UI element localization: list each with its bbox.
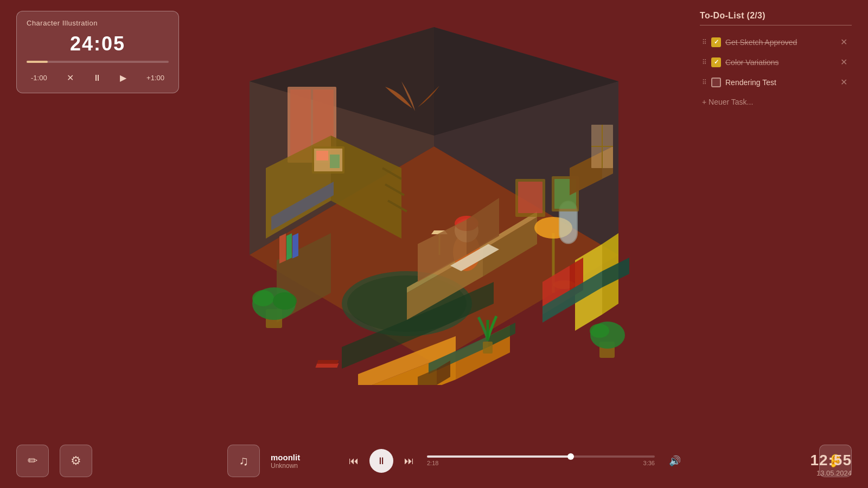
todo-checkbox-3[interactable] — [711, 78, 721, 87]
svg-point-22 — [273, 292, 297, 310]
todo-title: To-Do-List (2/3) — [700, 11, 852, 25]
todo-item-2[interactable]: ⠿ Color Variations ✕ — [700, 52, 852, 72]
todo-delete-3[interactable]: ✕ — [838, 76, 850, 88]
clock-widget: 12:55 13.05.2024 — [810, 452, 852, 477]
svg-rect-61 — [483, 342, 493, 354]
brush-tool-button[interactable]: ✏ — [16, 445, 49, 477]
timer-widget: Character Illustration 24:05 -1:00 ✕ ⏸ ▶… — [16, 11, 179, 93]
svg-rect-64 — [316, 151, 328, 160]
drag-handle-2: ⠿ — [702, 59, 707, 66]
svg-rect-18 — [292, 233, 298, 259]
timer-progress-fill — [27, 61, 48, 63]
music-artist: Unknown — [271, 462, 336, 470]
todo-add-label: + Neuer Task... — [702, 98, 753, 106]
svg-rect-55 — [315, 363, 339, 368]
pause-icon: ⏸ — [376, 455, 386, 467]
volume-button[interactable]: 🔊 — [666, 453, 684, 469]
clock-time: 12:55 — [810, 452, 852, 469]
todo-item-3[interactable]: ⠿ Rendering Test ✕ — [700, 72, 852, 92]
drag-handle-1: ⠿ — [702, 38, 707, 46]
timer-title: Character Illustration — [27, 19, 169, 27]
todo-label-1: Get Sketch Approved — [725, 38, 834, 47]
todo-delete-2[interactable]: ✕ — [838, 56, 850, 68]
bottom-toolbar: ✏ ⚙ ♫ moonlit Unknown ⏮ ⏸ ⏭ — [0, 434, 868, 488]
music-progress-bar[interactable] — [427, 455, 655, 458]
todo-checkbox-2[interactable] — [711, 57, 721, 67]
music-controls: ⏮ ⏸ ⏭ — [347, 449, 416, 473]
timer-play-button[interactable]: ▶ — [117, 70, 130, 85]
timer-progress-bar — [27, 61, 169, 63]
svg-point-49 — [590, 324, 609, 338]
timer-pause-button[interactable]: ⏸ — [90, 71, 105, 85]
clock-date: 13.05.2024 — [810, 469, 852, 477]
gear-icon: ⚙ — [71, 454, 81, 468]
todo-checkbox-1[interactable] — [711, 37, 721, 47]
music-player: ♫ moonlit Unknown ⏮ ⏸ ⏭ 2:18 3:36 — [103, 445, 808, 477]
music-time-current: 2:18 — [427, 460, 438, 466]
todo-add-button[interactable]: + Neuer Task... — [700, 93, 852, 111]
todo-delete-1[interactable]: ✕ — [838, 36, 850, 48]
svg-rect-65 — [330, 155, 340, 168]
timer-display: 24:05 — [27, 33, 169, 55]
timer-controls: -1:00 ✕ ⏸ ▶ +1:00 — [27, 70, 169, 85]
svg-rect-36 — [518, 182, 542, 213]
brush-icon: ✏ — [28, 454, 37, 468]
music-note-icon: ♫ — [239, 453, 248, 468]
todo-item-1[interactable]: ⠿ Get Sketch Approved ✕ — [700, 32, 852, 52]
svg-rect-56 — [317, 360, 339, 364]
settings-button[interactable]: ⚙ — [60, 445, 92, 477]
music-album-icon: ♫ — [227, 445, 260, 477]
music-progress-fill — [427, 455, 571, 458]
todo-widget: To-Do-List (2/3) ⠿ Get Sketch Approved ✕… — [700, 11, 852, 111]
todo-label-3: Rendering Test — [725, 78, 834, 87]
timer-minus-button[interactable]: -1:00 — [27, 72, 52, 84]
music-title: moonlit — [271, 453, 336, 462]
svg-rect-17 — [286, 233, 292, 260]
music-info: moonlit Unknown — [271, 453, 336, 470]
room-illustration — [222, 27, 646, 385]
music-time-total: 3:36 — [643, 460, 655, 466]
music-next-button[interactable]: ⏭ — [402, 453, 416, 469]
todo-label-2: Color Variations — [725, 58, 834, 67]
svg-rect-16 — [279, 233, 286, 264]
svg-point-21 — [252, 290, 274, 306]
music-progress-thumb — [567, 453, 574, 460]
music-progress-container: 2:18 3:36 — [427, 455, 655, 466]
music-pause-button[interactable]: ⏸ — [369, 449, 393, 473]
volume-icon: 🔊 — [669, 455, 681, 466]
timer-plus-button[interactable]: +1:00 — [142, 72, 169, 84]
music-time-labels: 2:18 3:36 — [427, 460, 655, 466]
drag-handle-3: ⠿ — [702, 79, 707, 86]
music-prev-button[interactable]: ⏮ — [347, 453, 361, 469]
timer-close-button[interactable]: ✕ — [63, 70, 77, 85]
